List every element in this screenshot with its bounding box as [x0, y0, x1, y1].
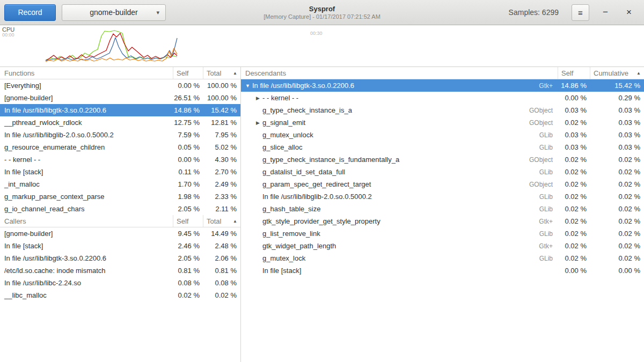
- self-value: 0.81 %: [173, 267, 203, 275]
- self-value: 0.00 %: [558, 267, 590, 275]
- self-value: 0.02 %: [558, 242, 590, 250]
- close-button[interactable]: ×: [621, 4, 636, 20]
- table-row[interactable]: - - kernel - -0.00 %4.30 %: [0, 153, 240, 166]
- record-button[interactable]: Record: [4, 4, 56, 21]
- total-value: 100.00 %: [203, 82, 240, 90]
- total-value: 14.49 %: [203, 230, 240, 238]
- table-row[interactable]: /etc/ld.so.cache: inode mismatch0.81 %0.…: [0, 264, 240, 277]
- table-row[interactable]: g_markup_parse_context_parse1.98 %2.33 %: [0, 190, 240, 203]
- total-value: 2.48 %: [203, 242, 240, 250]
- table-row[interactable]: In file /usr/lib/libglib-2.0.so.0.5000.2…: [241, 190, 644, 203]
- self-value: 0.02 %: [173, 291, 203, 299]
- sort-arrow-icon: ▲: [233, 71, 237, 76]
- self-value: 0.11 %: [173, 168, 203, 176]
- library-badge: GObject: [525, 107, 558, 114]
- tree-cell: g_type_check_instance_is_fundamentally_a…: [241, 156, 558, 164]
- table-row[interactable]: gtk_style_provider_get_style_propertyGtk…: [241, 215, 644, 227]
- table-row[interactable]: [Everything]0.00 %100.00 %: [0, 79, 240, 92]
- column-header-total[interactable]: Total ▲: [203, 215, 240, 227]
- table-row[interactable]: g_mutex_lockGLib0.02 %0.02 %: [241, 252, 644, 264]
- column-header-self[interactable]: Self: [173, 67, 203, 79]
- column-header-self[interactable]: Self: [173, 215, 203, 227]
- column-header-self[interactable]: Self: [558, 67, 590, 79]
- library-badge: GLib: [535, 168, 558, 176]
- cumulative-value: 0.02 %: [590, 193, 644, 201]
- cpu-green-line: [46, 31, 177, 60]
- table-row[interactable]: g_mutex_unlockGLib0.03 %0.03 %: [241, 129, 644, 141]
- function-name: g_markup_parse_context_parse: [0, 193, 173, 201]
- expander-icon[interactable]: ▶: [253, 120, 262, 125]
- cpu-orange-line: [46, 48, 177, 62]
- window-title: Sysprof: [309, 5, 335, 13]
- hamburger-menu-button[interactable]: ≡: [572, 4, 589, 21]
- process-selector-label: gnome-builder: [90, 8, 138, 17]
- total-value: 2.11 %: [203, 205, 240, 213]
- library-badge: GLib: [535, 205, 558, 213]
- header-right-cluster: Samples: 6299 ≡ − ×: [509, 4, 636, 21]
- table-row[interactable]: In file /usr/lib/libgtk-3.so.0.2200.614.…: [0, 104, 240, 116]
- table-row[interactable]: [gnome-builder]26.51 %100.00 %: [0, 92, 240, 104]
- expander-icon[interactable]: ▶: [253, 95, 262, 101]
- column-header-total[interactable]: Total ▲: [203, 67, 240, 79]
- column-header-descendants[interactable]: Descendants: [241, 67, 558, 79]
- descendants-table-header: Descendants Self Cumulative ▲: [241, 67, 644, 79]
- cumulative-value: 0.02 %: [590, 156, 644, 164]
- table-row[interactable]: g_param_spec_get_redirect_targetGObject0…: [241, 178, 644, 190]
- self-value: 1.98 %: [173, 193, 203, 201]
- library-badge: GObject: [525, 181, 558, 188]
- function-name: In file /usr/lib/libgtk-3.so.0.2200.6: [252, 82, 354, 90]
- library-badge: GLib: [535, 131, 558, 139]
- callers-table-body: [gnome-builder]9.45 %14.49 %In file [sta…: [0, 227, 240, 301]
- column-header-callers[interactable]: Callers: [0, 215, 173, 227]
- table-row[interactable]: g_datalist_id_set_data_fullGLib0.02 %0.0…: [241, 166, 644, 178]
- self-value: 0.02 %: [558, 119, 590, 127]
- function-name: g_type_check_instance_is_fundamentally_a: [262, 156, 399, 164]
- table-row[interactable]: In file [stack]0.00 %0.00 %: [241, 264, 644, 277]
- self-value: 9.45 %: [173, 230, 203, 238]
- total-value: 0.02 %: [203, 291, 240, 299]
- table-row[interactable]: g_slice_allocGLib0.03 %0.03 %: [241, 141, 644, 153]
- minimize-icon: −: [603, 7, 608, 18]
- table-row[interactable]: g_type_check_instance_is_aGObject0.03 %0…: [241, 104, 644, 116]
- table-row[interactable]: ▼In file /usr/lib/libgtk-3.so.0.2200.6Gt…: [241, 79, 644, 92]
- tree-cell: ▼In file /usr/lib/libgtk-3.so.0.2200.6Gt…: [241, 82, 558, 90]
- column-header-cumulative[interactable]: Cumulative ▲: [590, 67, 644, 79]
- table-row[interactable]: In file [stack]0.11 %2.70 %: [0, 166, 240, 178]
- self-value: 0.05 %: [173, 143, 203, 151]
- table-row[interactable]: gtk_widget_path_lengthGtk+0.02 %0.02 %: [241, 240, 644, 252]
- table-row[interactable]: g_list_remove_linkGLib0.02 %0.02 %: [241, 227, 644, 240]
- table-row[interactable]: In file /usr/lib/libglib-2.0.so.0.5000.2…: [0, 129, 240, 141]
- minimize-button[interactable]: −: [598, 4, 613, 20]
- table-row[interactable]: In file /usr/lib/libgtk-3.so.0.2200.62.0…: [0, 252, 240, 264]
- functions-table-header: Functions Self Total ▲: [0, 67, 240, 79]
- table-row[interactable]: In file /usr/lib/libc-2.24.so0.08 %0.08 …: [0, 277, 240, 289]
- column-header-functions[interactable]: Functions: [0, 67, 173, 79]
- cpu-red-line: [46, 33, 177, 61]
- tree-cell: gtk_widget_path_lengthGtk+: [241, 242, 558, 250]
- table-row[interactable]: g_type_check_instance_is_fundamentally_a…: [241, 153, 644, 166]
- table-row[interactable]: _int_malloc1.70 %2.49 %: [0, 178, 240, 190]
- tree-cell: g_type_check_instance_is_aGObject: [241, 106, 558, 114]
- tree-cell: In file /usr/lib/libglib-2.0.so.0.5000.2…: [241, 193, 558, 201]
- column-label: Self: [177, 69, 188, 77]
- table-row[interactable]: __pthread_rwlock_rdlock12.75 %12.81 %: [0, 116, 240, 129]
- table-row[interactable]: ▶g_signal_emitGObject0.02 %0.03 %: [241, 116, 644, 129]
- tree-cell: g_param_spec_get_redirect_targetGObject: [241, 180, 558, 188]
- self-value: 2.05 %: [173, 254, 203, 262]
- table-row[interactable]: __libc_malloc0.02 %0.02 %: [0, 289, 240, 301]
- cumulative-value: 0.00 %: [590, 267, 644, 275]
- table-row[interactable]: In file [stack]2.46 %2.48 %: [0, 240, 240, 252]
- table-row[interactable]: ▶- - kernel - -0.00 %0.29 %: [241, 92, 644, 104]
- cpu-graph[interactable]: CPU 00:00 00:30: [0, 25, 644, 67]
- self-value: 0.00 %: [173, 82, 203, 90]
- table-row[interactable]: g_resource_enumerate_children0.05 %5.02 …: [0, 141, 240, 153]
- function-name: In file /usr/lib/libglib-2.0.so.0.5000.2: [0, 131, 173, 139]
- process-selector-dropdown[interactable]: gnome-builder ▾: [62, 4, 166, 21]
- total-value: 15.42 %: [203, 106, 240, 114]
- table-row[interactable]: g_io_channel_read_chars2.05 %2.11 %: [0, 203, 240, 215]
- table-row[interactable]: g_hash_table_sizeGLib0.02 %0.02 %: [241, 203, 644, 215]
- expander-icon[interactable]: ▼: [243, 83, 252, 88]
- function-name: [gnome-builder]: [0, 94, 173, 102]
- table-row[interactable]: [gnome-builder]9.45 %14.49 %: [0, 227, 240, 240]
- left-pane: Functions Self Total ▲ [Everything]0.00 …: [0, 67, 241, 362]
